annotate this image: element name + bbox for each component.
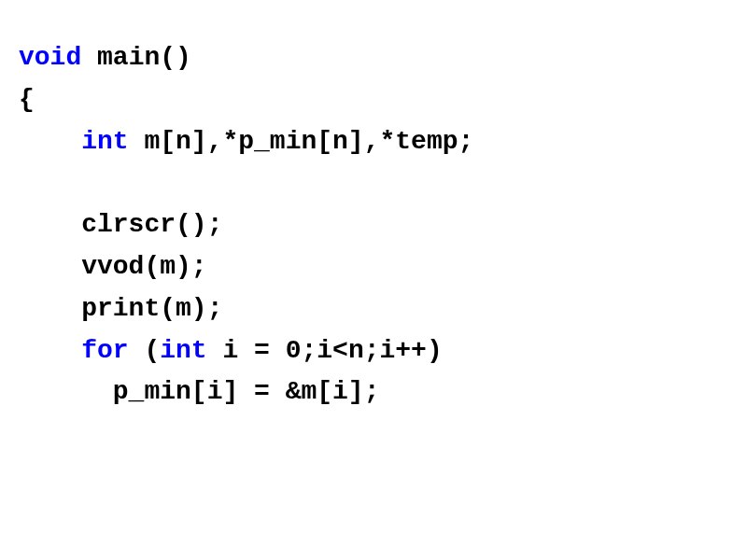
code-text: clrscr(); — [81, 210, 222, 239]
code-snippet: void main() { int m[n],*p_min[n],*temp; … — [19, 37, 728, 413]
code-line-9: p_min[i] = &m[i]; — [19, 371, 728, 413]
code-line-6: vvod(m); — [19, 246, 728, 288]
code-text: m[n],*p_min[n],*temp; — [129, 127, 474, 156]
keyword-for: for — [81, 336, 128, 365]
code-text: vvod(m); — [81, 252, 206, 281]
code-text: main() — [81, 43, 191, 72]
keyword-void: void — [19, 43, 81, 72]
code-text: print(m); — [81, 294, 222, 323]
code-line-7: print(m); — [19, 288, 728, 330]
code-line-8: for (int i = 0;i<n;i++) — [19, 330, 728, 372]
code-line-5: clrscr(); — [19, 204, 728, 246]
code-text: { — [19, 85, 35, 114]
keyword-int: int — [81, 127, 128, 156]
code-text: ( — [129, 336, 161, 365]
code-line-2: { — [19, 79, 728, 121]
code-text: p_min[i] = &m[i]; — [113, 377, 380, 406]
code-text: i = 0;i<n;i++) — [207, 336, 443, 365]
code-line-1: void main() — [19, 37, 728, 79]
code-line-3: int m[n],*p_min[n],*temp; — [19, 121, 728, 163]
keyword-int: int — [160, 336, 206, 365]
code-blank-line — [19, 162, 728, 204]
